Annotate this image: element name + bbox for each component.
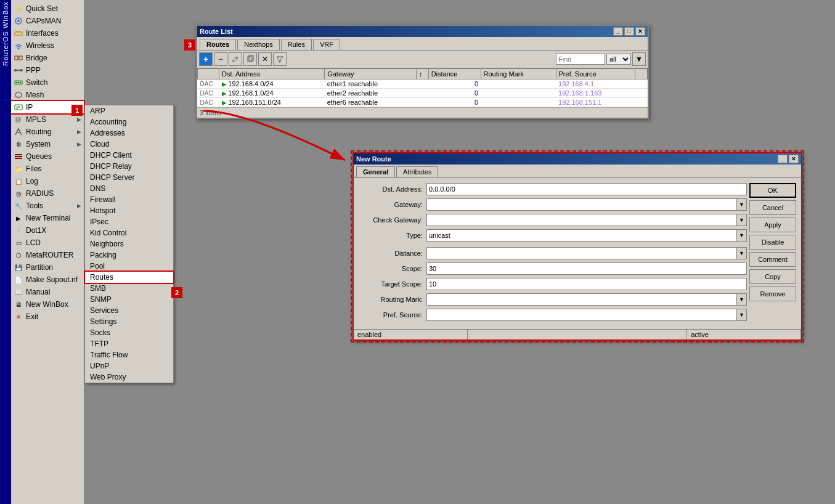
gateway-input[interactable] [426, 198, 737, 211]
sidebar-item-new-terminal[interactable]: ▶ New Terminal [11, 212, 84, 224]
distance-arrow-btn[interactable]: ▼ [737, 247, 747, 259]
submenu-cloud[interactable]: Cloud [85, 139, 173, 150]
submenu-pool[interactable]: Pool [85, 261, 173, 272]
maximize-button[interactable]: □ [624, 27, 634, 36]
submenu-dhcp-relay[interactable]: DHCP Relay [85, 161, 173, 172]
target-scope-input[interactable] [426, 278, 747, 290]
sidebar-item-ppp[interactable]: PPP [11, 64, 84, 76]
find-options-button[interactable]: ▼ [632, 52, 646, 66]
sidebar-item-capsman[interactable]: CAPsMAN [11, 15, 84, 27]
submenu-settings[interactable]: Settings [85, 316, 173, 327]
filter-button[interactable] [273, 52, 287, 66]
submenu-tftp[interactable]: TFTP [85, 338, 173, 349]
sidebar-item-new-winbox[interactable]: 🖥 New WinBox [11, 298, 84, 311]
col-sort[interactable]: ↕ [416, 69, 428, 79]
new-route-close[interactable]: ✕ [789, 155, 799, 163]
submenu-firewall[interactable]: Firewall [85, 194, 173, 205]
sidebar-item-lcd[interactable]: ▭ LCD [11, 237, 84, 249]
edit-button[interactable] [229, 52, 242, 66]
col-type[interactable] [198, 69, 219, 79]
sidebar-item-switch[interactable]: Switch [11, 76, 84, 89]
routing-mark-arrow-btn[interactable]: ▼ [737, 293, 747, 306]
sidebar-item-interfaces[interactable]: Interfaces [11, 27, 84, 39]
sidebar-item-dot1x[interactable]: · Dot1X [11, 224, 84, 237]
sidebar-item-bridge[interactable]: Bridge [11, 52, 84, 64]
pref-source-input[interactable] [426, 309, 737, 321]
sidebar-item-tools[interactable]: 🔧 Tools ▶ [11, 200, 84, 212]
check-gateway-arrow-btn[interactable]: ▼ [737, 214, 747, 226]
pref-source-arrow-btn[interactable]: ▼ [737, 309, 747, 321]
dst-address-input[interactable] [426, 183, 747, 195]
sidebar-item-radius[interactable]: ◎ RADIUS [11, 187, 84, 200]
submenu-packing[interactable]: Packing [85, 250, 173, 261]
sidebar-item-queues[interactable]: Queues [11, 150, 84, 163]
type-input[interactable] [426, 229, 737, 242]
submenu-services[interactable]: Services [85, 305, 173, 316]
remove-route-button[interactable]: Remove [749, 287, 796, 301]
submenu-accounting[interactable]: Accounting [85, 116, 173, 128]
submenu-dhcp-server[interactable]: DHCP Server [85, 172, 173, 183]
add-button[interactable]: + [199, 52, 213, 66]
sidebar-item-partition[interactable]: 💾 Partition [11, 261, 84, 274]
tab-routes[interactable]: Routes [200, 39, 236, 50]
disable-route-button[interactable]: Disable [749, 235, 796, 250]
submenu-routes[interactable]: Routes [85, 272, 173, 283]
col-dst[interactable]: Dst. Address [219, 69, 325, 79]
submenu-hotspot[interactable]: Hotspot [85, 205, 173, 216]
submenu-smb[interactable]: SMB [85, 283, 173, 294]
sidebar-item-make-supout[interactable]: 📄 Make Supout.rif [11, 274, 84, 286]
tab-nexthops[interactable]: Nexthops [237, 39, 279, 50]
remove-button[interactable]: − [214, 52, 227, 66]
gateway-arrow-btn[interactable]: ▼ [737, 198, 747, 211]
col-pref-source[interactable]: Pref. Source [556, 69, 635, 79]
submenu-addresses[interactable]: Addresses [85, 128, 173, 139]
sidebar-item-routing[interactable]: Routing ▶ [11, 126, 84, 138]
sidebar-item-log[interactable]: 📋 Log [11, 175, 84, 187]
sidebar-item-quick-set[interactable]: ⚡ Quick Set [11, 2, 84, 15]
sidebar-item-exit[interactable]: ✕ Exit [11, 311, 84, 323]
type-arrow-btn[interactable]: ▼ [737, 229, 747, 242]
submenu-dhcp-client[interactable]: DHCP Client [85, 150, 173, 161]
sidebar-item-wireless[interactable]: Wireless [11, 39, 84, 52]
routing-mark-input[interactable] [426, 293, 737, 306]
apply-button[interactable]: Apply [749, 217, 796, 232]
submenu-traffic-flow[interactable]: Traffic Flow [85, 349, 173, 360]
submenu-neighbors[interactable]: Neighbors [85, 238, 173, 250]
sidebar-item-manual[interactable]: 📖 Manual [11, 286, 84, 298]
submenu-upnp[interactable]: UPnP [85, 360, 173, 372]
col-routing-mark[interactable]: Routing Mark [481, 69, 556, 79]
tab-attributes[interactable]: Attributes [396, 166, 438, 177]
submenu-ipsec[interactable]: IPsec [85, 216, 173, 227]
tab-rules[interactable]: Rules [281, 39, 312, 50]
submenu-arp[interactable]: ARP [85, 105, 173, 116]
disable-button[interactable]: ✕ [258, 52, 272, 66]
copy-button[interactable] [243, 52, 257, 66]
table-row[interactable]: DAC ▶ 192.168.4.0/24 ether1 reachable 0 … [198, 79, 648, 89]
comment-button[interactable]: Comment [749, 252, 796, 267]
tab-vrf[interactable]: VRF [313, 39, 340, 50]
find-scope-select[interactable]: all [606, 54, 631, 65]
tab-general[interactable]: General [356, 166, 395, 177]
submenu-dns[interactable]: DNS [85, 183, 173, 194]
col-distance[interactable]: Distance [428, 69, 481, 79]
col-gateway[interactable]: Gateway [325, 69, 416, 79]
minimize-button[interactable]: _ [613, 27, 623, 36]
submenu-snmp[interactable]: SNMP [85, 294, 173, 305]
new-route-minimize[interactable]: _ [778, 155, 788, 163]
sidebar-item-mesh[interactable]: Mesh [11, 89, 84, 101]
distance-input[interactable] [426, 247, 737, 259]
scope-input[interactable] [426, 262, 747, 275]
ok-button[interactable]: OK [749, 183, 796, 198]
submenu-kid-control[interactable]: Kid Control [85, 227, 173, 238]
col-extra[interactable] [635, 69, 648, 79]
cancel-button[interactable]: Cancel [749, 200, 796, 215]
find-input[interactable] [556, 54, 605, 65]
check-gateway-input[interactable] [426, 214, 737, 226]
table-row[interactable]: DAC ▶ 192.168.1.0/24 ether2 reachable 0 … [198, 89, 648, 98]
submenu-web-proxy[interactable]: Web Proxy [85, 372, 173, 383]
close-button[interactable]: ✕ [635, 27, 645, 36]
sidebar-item-system[interactable]: ⚙ System ▶ [11, 138, 84, 150]
submenu-socks[interactable]: Socks [85, 327, 173, 338]
sidebar-item-metarouter[interactable]: ⬡ MetaROUTER [11, 249, 84, 261]
table-row[interactable]: DAC ▶ 192.168.151.0/24 ether6 reachable … [198, 98, 648, 107]
